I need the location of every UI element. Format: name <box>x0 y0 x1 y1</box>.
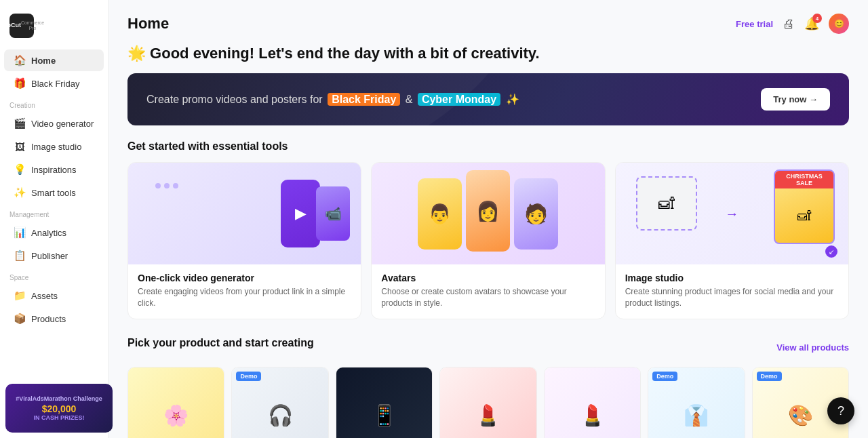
sidebar-item-label: Assets <box>31 291 58 301</box>
sidebar-item-products[interactable]: 📦 Products <box>4 308 104 330</box>
tool-name: Avatars <box>381 273 595 283</box>
product-card-4[interactable]: 💄 lipstick <box>544 367 641 438</box>
tools-grid: ▶ → 📹 One-click video generator Create e… <box>127 162 849 319</box>
tool-desc: Create stunning product images for socia… <box>625 286 839 309</box>
image-studio-visual: 🛋 → CHRISTMAS SALE 🛋 ↙ <box>616 163 848 264</box>
sidebar-item-assets[interactable]: 📁 Assets <box>4 285 104 306</box>
app-logo: CapCut Commerce Pro <box>0 8 108 49</box>
notifications-button[interactable]: 🔔 4 <box>804 16 819 31</box>
tool-card-video-generator[interactable]: ▶ → 📹 One-click video generator Create e… <box>127 162 361 319</box>
notif-count: 4 <box>812 14 822 23</box>
tool-card-avatars[interactable]: 👨 👩 🧑 Avatars Choose or create custom av… <box>371 162 605 319</box>
product-card-0[interactable]: 🌸 Artificial Lily of The Valley Faux Whi… <box>127 367 224 438</box>
sidebar-item-label: Video generator <box>31 119 94 129</box>
product-emoji-3: 💄 <box>475 403 500 427</box>
product-emoji-6: 🎨 <box>788 403 813 427</box>
publisher-icon: 📋 <box>14 250 26 262</box>
tool-name: Image studio <box>625 273 839 283</box>
corner-icon: ↙ <box>825 245 837 258</box>
bulb-icon: 💡 <box>14 163 26 176</box>
tool-thumb-avatars: 👨 👩 🧑 <box>372 163 604 264</box>
demo-badge-1: Demo <box>236 372 261 381</box>
product-card-2[interactable]: 📱 MagSafe Phone Tripod <box>336 367 433 438</box>
video-visual: ▶ → 📹 <box>128 163 361 264</box>
tool-name: One-click video generator <box>138 273 351 283</box>
avatar-img-2: 👩 <box>466 170 510 252</box>
dot-3 <box>173 183 178 188</box>
dot-1 <box>155 183 161 188</box>
products-grid: 🌸 Artificial Lily of The Valley Faux Whi… <box>127 367 849 438</box>
tool-thumb-image-studio: 🛋 → CHRISTMAS SALE 🛋 ↙ <box>616 163 848 264</box>
folder-icon: 📁 <box>14 290 26 302</box>
video-icon: 🎬 <box>14 117 26 130</box>
product-emoji-4: 💄 <box>580 403 605 427</box>
products-title: Pick your product and start creating <box>127 337 314 349</box>
box-icon: 📦 <box>14 313 26 325</box>
essential-tools-title: Get started with essential tools <box>127 140 849 153</box>
free-trial-button[interactable]: Free trial <box>736 19 773 29</box>
question-icon: ? <box>837 404 844 418</box>
tool-info: Avatars Choose or create custom avatars … <box>372 264 604 319</box>
sidebar-item-label: Home <box>31 56 56 66</box>
sidebar-section-creation: Creation <box>0 95 108 112</box>
product-card-5[interactable]: Demo 👔 Men's Dress Shirt <box>648 367 745 438</box>
greeting-text: 🌟 Good evening! Let's end the day with a… <box>127 45 849 62</box>
product-thumb-2: 📱 <box>336 367 432 438</box>
bottom-promo-banner[interactable]: #ViralAdsMarathon Challenge $20,000 IN C… <box>5 384 108 433</box>
sparkle-icon: ✨ <box>14 186 26 199</box>
home-icon: 🏠 <box>14 54 26 66</box>
product-thumb-0: 🌸 <box>128 367 224 438</box>
gift-icon: 🎁 <box>14 77 26 89</box>
sidebar-item-analytics[interactable]: 📊 Analytics <box>4 222 104 243</box>
sidebar-item-label: Analytics <box>31 228 66 238</box>
sidebar-section-management: Management <box>0 204 108 221</box>
chart-icon: 📊 <box>14 226 26 239</box>
tool-desc: Choose or create custom avatars to showc… <box>381 286 595 309</box>
sidebar-item-label: Publisher <box>31 251 68 261</box>
sidebar-item-smart-tools[interactable]: ✨ Smart tools <box>4 182 104 203</box>
avatars-visual: 👨 👩 🧑 <box>372 163 604 264</box>
tool-card-image-studio[interactable]: 🛋 → CHRISTMAS SALE 🛋 ↙ Image studio Crea… <box>615 162 849 319</box>
product-thumb-3: 💄 <box>440 367 536 438</box>
sidebar-section-space: Space <box>0 267 108 284</box>
sidebar-item-label: Products <box>31 314 66 324</box>
demo-badge-6: Demo <box>757 372 782 381</box>
float-help-button[interactable]: ? <box>827 397 854 424</box>
print-button[interactable]: 🖨 <box>783 17 795 31</box>
product-thumb-4: 💄 <box>545 367 640 438</box>
user-avatar[interactable]: 😊 <box>829 14 849 34</box>
sidebar-item-video-generator[interactable]: 🎬 Video generator <box>4 113 104 134</box>
promo-banner-text: Create promo videos and posters for Blac… <box>146 93 519 106</box>
view-all-link[interactable]: View all products <box>776 342 849 353</box>
print-icon: 🖨 <box>783 17 795 31</box>
result-img: 🛋 <box>775 188 833 243</box>
sidebar-item-home[interactable]: 🏠 Home <box>4 49 104 71</box>
avatar-emoji: 😊 <box>834 19 844 28</box>
promo-banner[interactable]: Create promo videos and posters for Blac… <box>127 73 849 125</box>
sidebar-item-image-studio[interactable]: 🖼 Image studio <box>4 136 104 157</box>
product-emoji-5: 👔 <box>684 403 709 427</box>
product-card-1[interactable]: Demo 🎧 Noise-Canceling Headphones <box>231 367 328 438</box>
product-emoji-0: 🌸 <box>163 403 189 427</box>
image-icon: 🖼 <box>14 140 26 153</box>
product-card-3[interactable]: 💄 lipstick <box>439 367 536 438</box>
demo-badge-5: Demo <box>652 372 677 381</box>
header-actions: Free trial 🖨 🔔 4 😊 <box>736 14 849 34</box>
page-header: Home Free trial 🖨 🔔 4 😊 <box>127 14 849 34</box>
page-title: Home <box>127 15 169 33</box>
sidebar-item-black-friday[interactable]: 🎁 Black Friday <box>4 73 104 94</box>
tool-info: One-click video generator Create engagin… <box>128 264 361 319</box>
tool-desc: Create engaging videos from your product… <box>138 286 351 309</box>
sidebar-item-inspirations[interactable]: 💡 Inspirations <box>4 159 104 180</box>
try-now-button[interactable]: Try now → <box>761 88 830 111</box>
product-thumb-1: Demo 🎧 <box>232 367 328 438</box>
result-box: CHRISTMAS SALE 🛋 <box>774 170 835 244</box>
products-section-header: Pick your product and start creating Vie… <box>127 337 849 359</box>
sidebar-item-label: Black Friday <box>31 79 80 89</box>
avatar-img-1: 👨 <box>418 178 462 250</box>
logo-icon: CapCut Commerce Pro <box>9 14 34 38</box>
product-thumb-5: Demo 👔 <box>648 367 744 438</box>
promo-amount: $20,000 <box>42 403 77 414</box>
main-content: Home Free trial 🖨 🔔 4 😊 🌟 Good evening! … <box>108 0 868 438</box>
sidebar-item-publisher[interactable]: 📋 Publisher <box>4 245 104 266</box>
